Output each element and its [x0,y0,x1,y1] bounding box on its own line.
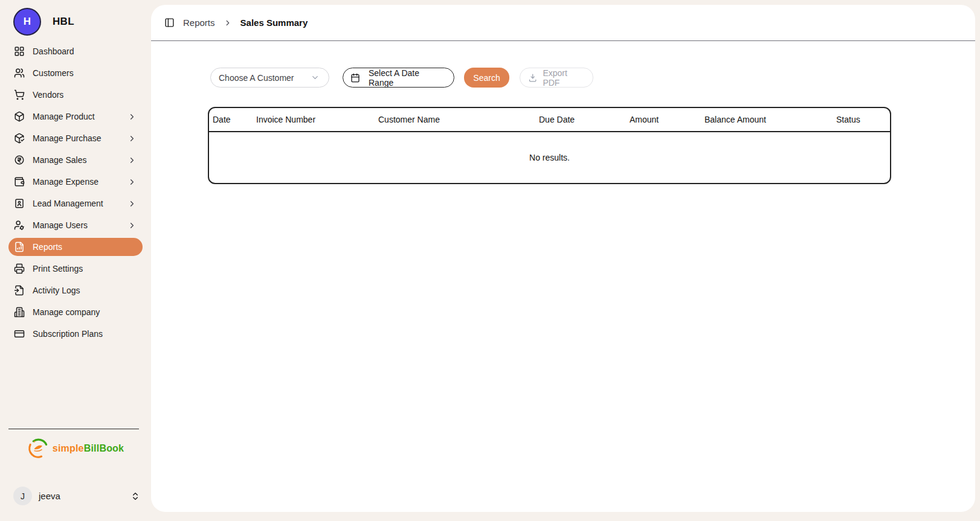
sidebar-nav: Dashboard Customers Vendors Manage Produ… [0,42,151,343]
sidebar-item-manage-expense[interactable]: Manage Expense [8,173,143,191]
sidebar-item-customers[interactable]: Customers [8,64,143,82]
search-button[interactable]: Search [464,68,509,88]
user-avatar: J [13,487,32,505]
report-toolbar: Choose A Customer Select A Date Range Se… [210,68,593,88]
breadcrumb-reports[interactable]: Reports [183,18,215,28]
chevron-right-icon [127,134,137,143]
main-content: Reports Sales Summary Choose A Customer … [151,5,975,512]
company-name: HBL [53,16,74,28]
building-icon [14,307,25,318]
sidebar-item-label: Vendors [33,90,63,100]
printer-icon [14,263,25,274]
sidebar-item-label: Lead Management [33,199,103,208]
sidebar-footer-divider [8,429,139,429]
sidebar-item-subscription-plans[interactable]: Subscription Plans [8,325,143,343]
column-header-customer-name: Customer Name [378,108,539,132]
page-header: Reports Sales Summary [151,5,975,41]
sidebar-item-activity-logs[interactable]: Activity Logs [8,281,143,299]
company-avatar: H [13,8,41,36]
sidebar: H HBL Dashboard Customers Vendors Manage… [0,0,151,521]
user-menu[interactable]: J jeeva [13,487,140,505]
id-card-icon [14,198,25,209]
credit-card-icon [14,328,25,339]
column-header-status: Status [836,108,890,132]
sidebar-item-label: Activity Logs [33,286,80,295]
sidebar-item-label: Manage company [33,307,100,317]
sidebar-item-manage-product[interactable]: Manage Product [8,107,143,126]
sidebar-toggle-icon[interactable] [164,18,175,28]
sidebar-item-manage-sales[interactable]: Manage Sales [8,151,143,169]
file-log-icon [14,285,25,296]
rupee-badge-icon [14,155,25,165]
sidebar-item-label: Reports [33,242,62,252]
sidebar-item-label: Manage Purchase [33,133,102,143]
chevrons-up-down-icon [131,491,140,501]
calendar-icon [350,73,360,83]
empty-state-message: No results. [209,132,890,183]
chevron-right-icon [127,199,137,208]
column-header-invoice-number: Invoice Number [256,108,378,132]
column-header-amount: Amount [630,108,704,132]
sidebar-item-manage-purchase[interactable]: Manage Purchase [8,129,143,147]
logo-part-billbook: BillBook [84,443,124,453]
chevron-right-icon [127,177,137,187]
chevron-right-icon [127,112,137,121]
sidebar-item-vendors[interactable]: Vendors [8,86,143,104]
date-range-button[interactable]: Select A Date Range [343,68,454,88]
customer-select[interactable]: Choose A Customer [210,68,329,88]
chevron-down-icon [311,73,320,82]
sidebar-item-label: Manage Expense [33,177,98,187]
sidebar-item-print-settings[interactable]: Print Settings [8,260,143,278]
app-logo: simpleBillBook [0,437,151,459]
sidebar-item-label: Dashboard [33,46,74,56]
chevron-right-icon [224,19,232,27]
breadcrumb-sales-summary: Sales Summary [240,18,308,28]
column-header-due-date: Due Date [539,108,630,132]
export-pdf-label: Export PDF [543,68,585,88]
user-cog-icon [14,220,25,231]
empty-state-row: No results. [209,132,890,183]
sidebar-item-label: Manage Sales [33,155,87,165]
app-logo-text: simpleBillBook [53,443,124,454]
sidebar-item-lead-management[interactable]: Lead Management [8,194,143,213]
sidebar-item-manage-company[interactable]: Manage company [8,303,143,321]
file-chart-icon [14,241,25,252]
sidebar-item-manage-users[interactable]: Manage Users [8,216,143,234]
column-header-balance-amount: Balance Amount [704,108,836,132]
wallet-icon [14,176,25,187]
user-name: jeeva [39,491,60,501]
brand: H HBL [0,0,151,36]
chevron-right-icon [127,156,137,165]
column-header-date: Date [209,108,256,132]
export-pdf-button[interactable]: Export PDF [520,68,593,88]
package-check-icon [14,133,25,144]
sidebar-item-label: Manage Product [33,112,95,121]
sidebar-item-label: Subscription Plans [33,329,103,339]
sales-summary-table: Date Invoice Number Customer Name Due Da… [208,107,891,184]
table-header-row: Date Invoice Number Customer Name Due Da… [209,108,890,132]
download-icon [528,73,537,83]
sidebar-item-reports[interactable]: Reports [8,238,143,256]
sidebar-item-dashboard[interactable]: Dashboard [8,42,143,60]
logo-part-simple: simple [53,443,84,453]
sidebar-item-label: Customers [33,68,74,78]
layout-grid-icon [14,46,25,57]
chevron-right-icon [127,221,137,230]
users-icon [14,68,25,78]
simplebillbook-logo-icon [27,437,50,459]
sidebar-item-label: Manage Users [33,220,88,230]
package-icon [14,111,25,122]
sidebar-item-label: Print Settings [33,264,83,273]
customer-select-value: Choose A Customer [219,73,294,83]
shopping-cart-icon [14,89,25,100]
date-range-label: Select A Date Range [369,68,446,88]
